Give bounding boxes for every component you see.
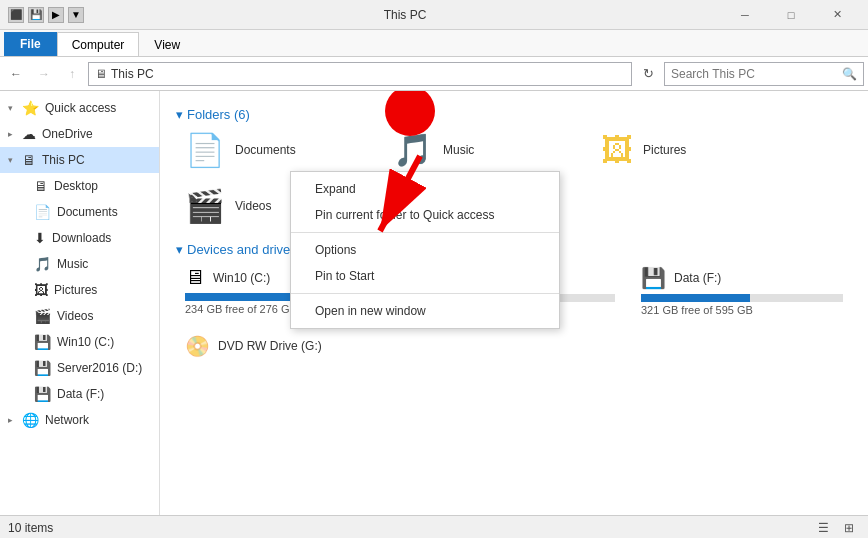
drive-progress-bg xyxy=(641,294,843,302)
nav-icon: ▶ xyxy=(48,7,64,23)
sidebar-item-music[interactable]: 🎵 Music xyxy=(0,251,159,277)
sidebar-item-label: Quick access xyxy=(45,101,116,115)
quick-access-icon: ⬛ xyxy=(8,7,24,23)
sidebar-item-downloads[interactable]: ⬇ Downloads xyxy=(0,225,159,251)
sidebar-item-drive-c[interactable]: 💾 Win10 (C:) xyxy=(0,329,159,355)
address-path[interactable]: 🖥 This PC xyxy=(88,62,632,86)
drive-item-data--f--[interactable]: 💾 Data (F:) 321 GB free of 595 GB xyxy=(632,261,852,321)
sidebar-item-label: Downloads xyxy=(52,231,111,245)
save-icon: 💾 xyxy=(28,7,44,23)
sidebar-item-label: Videos xyxy=(57,309,93,323)
menu-separator xyxy=(291,232,559,233)
context-menu: ExpandPin current folder to Quick access… xyxy=(290,171,560,329)
menu-item-expand[interactable]: Expand xyxy=(291,176,559,202)
maximize-button[interactable]: □ xyxy=(768,0,814,30)
folder-name: Videos xyxy=(235,199,271,213)
drive-name: Win10 (C:) xyxy=(213,271,270,285)
title-bar-icons: ⬛ 💾 ▶ ▼ xyxy=(8,7,84,23)
window-title: This PC xyxy=(88,8,722,22)
status-bar: 10 items ☰ ⊞ xyxy=(0,515,868,538)
forward-button[interactable]: → xyxy=(32,62,56,86)
item-icon: 💾 xyxy=(34,386,51,402)
search-icon: 🔍 xyxy=(842,67,857,81)
drive-icon: 📀 xyxy=(185,334,210,358)
item-icon: 🖥 xyxy=(34,178,48,194)
up-button[interactable]: ↑ xyxy=(60,62,84,86)
menu-item-pin-start[interactable]: Pin to Start xyxy=(291,263,559,289)
sidebar-item-drive-f[interactable]: 💾 Data (F:) xyxy=(0,381,159,407)
back-button[interactable]: ← xyxy=(4,62,28,86)
drive-item-dvd-rw-drive--g--[interactable]: 📀 DVD RW Drive (G:) xyxy=(176,329,396,367)
item-icon: 🌐 xyxy=(22,412,39,428)
item-icon: 💾 xyxy=(34,360,51,376)
minimize-button[interactable]: ─ xyxy=(722,0,768,30)
drives-collapse-icon: ▾ xyxy=(176,242,183,257)
window-controls: ─ □ ✕ xyxy=(722,0,860,30)
sidebar-item-quick-access[interactable]: ▾ ⭐ Quick access xyxy=(0,95,159,121)
drive-name: Data (F:) xyxy=(674,271,721,285)
content-area: ExpandPin current folder to Quick access… xyxy=(160,91,868,515)
folder-name: Music xyxy=(443,143,474,157)
sidebar-item-label: Win10 (C:) xyxy=(57,335,114,349)
folders-collapse-icon: ▾ xyxy=(176,107,183,122)
sidebar-item-onedrive[interactable]: ▸ ☁ OneDrive xyxy=(0,121,159,147)
address-bar: ← → ↑ 🖥 This PC ↻ 🔍 xyxy=(0,57,868,91)
menu-item-options[interactable]: Options xyxy=(291,237,559,263)
sidebar-item-label: OneDrive xyxy=(42,127,93,141)
item-icon: ⬇ xyxy=(34,230,46,246)
large-icons-view-button[interactable]: ⊞ xyxy=(838,517,860,539)
details-view-button[interactable]: ☰ xyxy=(812,517,834,539)
menu-separator xyxy=(291,293,559,294)
tab-file[interactable]: File xyxy=(4,32,57,56)
sidebar-item-this-pc[interactable]: ▾ 🖥 This PC xyxy=(0,147,159,173)
sidebar-item-desktop[interactable]: 🖥 Desktop xyxy=(0,173,159,199)
expand-icon: ▸ xyxy=(8,415,20,425)
refresh-button[interactable]: ↻ xyxy=(636,62,660,86)
item-icon: ⭐ xyxy=(22,100,39,116)
folder-item-music[interactable]: 🎵 Music xyxy=(384,126,584,174)
sidebar-item-drive-d[interactable]: 💾 Server2016 (D:) xyxy=(0,355,159,381)
sidebar-item-label: Server2016 (D:) xyxy=(57,361,142,375)
sidebar-item-pictures[interactable]: 🖼 Pictures xyxy=(0,277,159,303)
close-button[interactable]: ✕ xyxy=(814,0,860,30)
folder-icon: 🖼 xyxy=(601,132,633,169)
ribbon: File Computer View xyxy=(0,30,868,57)
sidebar: ▾ ⭐ Quick access ▸ ☁ OneDrive ▾ 🖥 This P… xyxy=(0,91,160,515)
sidebar-item-label: Music xyxy=(57,257,88,271)
sidebar-item-videos[interactable]: 🎬 Videos xyxy=(0,303,159,329)
expand-icon: ▸ xyxy=(8,129,20,139)
sidebar-item-label: Documents xyxy=(57,205,118,219)
drive-info: 321 GB free of 595 GB xyxy=(641,304,843,316)
item-icon: 🖼 xyxy=(34,282,48,298)
menu-item-pin-quick[interactable]: Pin current folder to Quick access xyxy=(291,202,559,228)
sidebar-item-label: Data (F:) xyxy=(57,387,104,401)
drive-icon: 💾 xyxy=(641,266,666,290)
expand-icon: ▾ xyxy=(8,103,20,113)
tab-view[interactable]: View xyxy=(139,32,195,56)
folder-icon: 🎵 xyxy=(393,131,433,169)
item-icon: 🎵 xyxy=(34,256,51,272)
drive-header: 💾 Data (F:) xyxy=(641,266,843,290)
folders-section-header[interactable]: ▾ Folders (6) xyxy=(176,107,852,122)
folder-item-pictures[interactable]: 🖼 Pictures xyxy=(592,126,792,174)
folder-item-documents[interactable]: 📄 Documents xyxy=(176,126,376,174)
item-icon: 🎬 xyxy=(34,308,51,324)
item-icon: 📄 xyxy=(34,204,51,220)
search-box[interactable]: 🔍 xyxy=(664,62,864,86)
folder-icon: 🎬 xyxy=(185,187,225,225)
folder-name: Pictures xyxy=(643,143,686,157)
menu-item-open-new[interactable]: Open in new window xyxy=(291,298,559,324)
dropdown-icon: ▼ xyxy=(68,7,84,23)
search-input[interactable] xyxy=(671,67,838,81)
tab-computer[interactable]: Computer xyxy=(57,32,140,56)
sidebar-item-label: This PC xyxy=(42,153,85,167)
expand-icon: ▾ xyxy=(8,155,20,165)
sidebar-item-label: Network xyxy=(45,413,89,427)
item-icon: 💾 xyxy=(34,334,51,350)
drive-progress-fill xyxy=(641,294,750,302)
ribbon-tabs: File Computer View xyxy=(0,30,868,56)
sidebar-item-documents[interactable]: 📄 Documents xyxy=(0,199,159,225)
drive-name: DVD RW Drive (G:) xyxy=(218,339,322,353)
sidebar-item-network[interactable]: ▸ 🌐 Network xyxy=(0,407,159,433)
item-icon: ☁ xyxy=(22,126,36,142)
